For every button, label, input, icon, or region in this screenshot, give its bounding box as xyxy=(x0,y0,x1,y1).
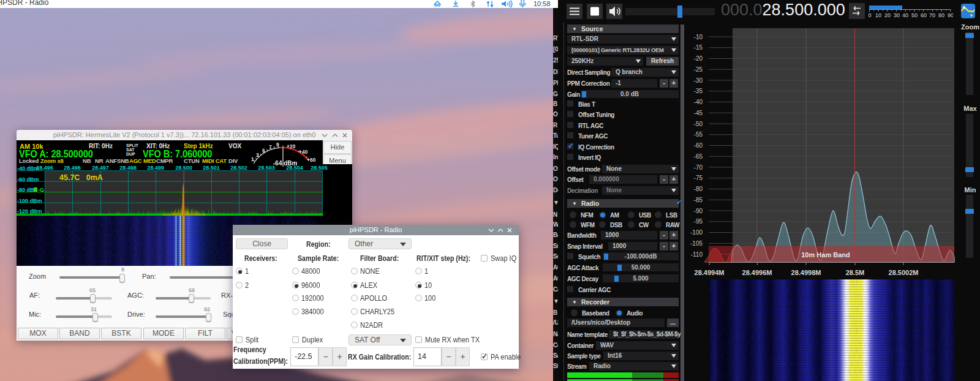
svg-text:-75: -75 xyxy=(694,175,703,181)
svg-text:-35: -35 xyxy=(694,88,703,94)
svg-text:-80 dB: -80 dB xyxy=(17,187,34,193)
svg-text:+20: +20 xyxy=(287,143,296,149)
svg-text:5: 5 xyxy=(262,148,265,154)
svg-text:28.498: 28.498 xyxy=(119,165,137,171)
svg-text:28.499: 28.499 xyxy=(147,165,164,171)
svg-text:-85: -85 xyxy=(694,197,703,203)
svg-text:28.4996M: 28.4996M xyxy=(742,269,772,276)
svg-text:+60: +60 xyxy=(307,157,316,163)
svg-text:-45: -45 xyxy=(694,110,703,116)
svg-text:-80: -80 xyxy=(694,186,703,192)
svg-text:-50: -50 xyxy=(694,121,703,127)
svg-text:-55: -55 xyxy=(694,131,703,138)
svg-text:28.500: 28.500 xyxy=(175,165,192,171)
svg-text:-60 dBm: -60 dBm xyxy=(17,176,39,183)
svg-text:-100 dBm: -100 dBm xyxy=(17,198,42,204)
svg-text:-95: -95 xyxy=(694,218,703,225)
svg-text:-60: -60 xyxy=(694,142,703,149)
svg-text:45.7C 0mA: 45.7C 0mA xyxy=(59,173,103,182)
svg-text:28.4994M: 28.4994M xyxy=(695,269,725,276)
svg-text:28.5M: 28.5M xyxy=(846,269,865,276)
svg-text:28.5002M: 28.5002M xyxy=(889,269,919,276)
svg-text:28.496: 28.496 xyxy=(64,165,81,171)
svg-text:3: 3 xyxy=(256,152,259,158)
svg-text:9: 9 xyxy=(276,141,279,148)
svg-text:7: 7 xyxy=(269,144,272,150)
svg-text:-25: -25 xyxy=(694,66,703,73)
svg-text:28.497: 28.497 xyxy=(92,165,109,171)
svg-text:-105: -105 xyxy=(690,240,703,247)
svg-text:-40: -40 xyxy=(694,99,703,105)
svg-text:1: 1 xyxy=(251,156,254,162)
svg-text:-15: -15 xyxy=(694,44,703,51)
svg-text:-10: -10 xyxy=(694,34,703,40)
svg-text:-110: -110 xyxy=(691,251,703,258)
svg-text:-20: -20 xyxy=(694,55,703,62)
svg-text:-65: -65 xyxy=(694,153,703,160)
svg-text:28.4998M: 28.4998M xyxy=(791,269,821,276)
svg-text:28.501: 28.501 xyxy=(203,165,220,171)
svg-text:-30: -30 xyxy=(694,77,703,84)
svg-text:-100: -100 xyxy=(690,229,703,236)
svg-text:-40 dBm: -40 dBm xyxy=(17,165,39,172)
svg-text:-90: -90 xyxy=(694,208,703,214)
svg-text:-64 dBm: -64 dBm xyxy=(273,160,298,167)
svg-text:-120 dBm: -120 dBm xyxy=(17,208,42,214)
svg-text:-G: -G xyxy=(38,187,44,193)
svg-text:-70: -70 xyxy=(694,164,703,171)
svg-text:10m Ham Band: 10m Ham Band xyxy=(801,251,850,258)
svg-text:+40: +40 xyxy=(299,149,308,155)
